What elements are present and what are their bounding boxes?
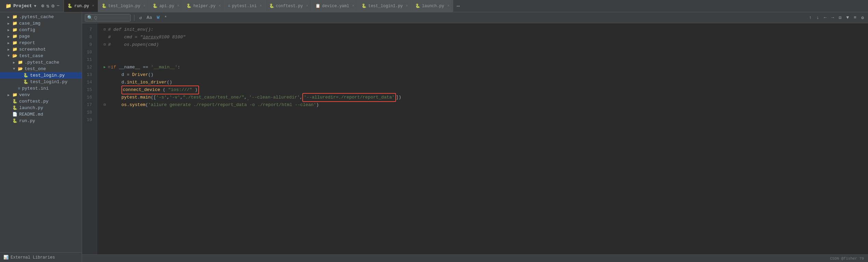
- tab-close-launch-py[interactable]: ×: [447, 4, 449, 8]
- sidebar-label-pytest-ini: pytest.ini: [22, 86, 49, 91]
- py-file-icon: 🐍: [23, 79, 28, 84]
- search-input[interactable]: [94, 15, 128, 20]
- sidebar-label-pytest-cache-inner: .pytest_cache: [25, 60, 59, 65]
- tab-close-test-login1-py[interactable]: ×: [406, 4, 408, 8]
- tab-device-yaml[interactable]: 📋 device.yaml ×: [312, 0, 358, 12]
- sidebar-item-test-login1-py[interactable]: 🐍 test_login1.py: [0, 79, 82, 85]
- code-rparen: ): [195, 87, 198, 92]
- sidebar-item-page[interactable]: ▶ 📁 page: [0, 33, 82, 40]
- tab-label-test-login-py: test_login.py: [108, 4, 141, 9]
- code-dot3: .: [127, 101, 130, 109]
- code-line-7: ⊟ # def init_env():: [101, 26, 868, 34]
- sidebar-item-readme-md[interactable]: 📄 README.md: [0, 111, 82, 118]
- sidebar-item-run-py[interactable]: 🐍 run.py: [0, 118, 82, 124]
- code-text-9: # os.popen(cmd): [108, 41, 159, 49]
- code-content[interactable]: ⊟ # def init_env(): # cmd = "iproxy 8100…: [97, 23, 868, 254]
- fold-icon-7[interactable]: ⊟: [104, 26, 106, 34]
- add-tab-button[interactable]: ⋯: [453, 3, 463, 10]
- tab-close-pytest-ini[interactable]: ×: [260, 4, 262, 8]
- tab-bar: 📁 Project ▼ ⊕ ⇅ ⚙ − 🐍 run.py × 🐍 test_lo…: [0, 0, 868, 12]
- prev-match-icon[interactable]: ↑: [807, 14, 813, 21]
- line-num-17: 17: [82, 101, 95, 109]
- sidebar-item-launch-py[interactable]: 🐍 launch.py: [0, 105, 82, 111]
- status-text: CSDN @fisher 79: [830, 257, 864, 261]
- more-icon[interactable]: ≡: [852, 14, 858, 21]
- tab-close-api-py[interactable]: ×: [177, 4, 179, 8]
- sidebar-item-config[interactable]: ▶ 📁 config: [0, 27, 82, 33]
- sidebar-item-screenshot[interactable]: ▶ 📁 screenshot: [0, 46, 82, 53]
- sidebar-item-report[interactable]: ▶ 📁 report: [0, 40, 82, 46]
- tab-label-launch-py: launch.py: [422, 4, 444, 9]
- tab-close-conftest-py[interactable]: ×: [306, 4, 308, 8]
- tab-test-login-py[interactable]: 🐍 test_login.py ×: [98, 0, 149, 12]
- sidebar-footer-label[interactable]: External Libraries: [11, 255, 55, 260]
- tab-label-helper-py: helper.py: [193, 4, 215, 9]
- folder-icon: 📂: [12, 53, 17, 58]
- folder-icon: 📁: [12, 40, 17, 45]
- run-icon-12[interactable]: ▶: [104, 64, 106, 71]
- str-path: "./test_case/test_one/": [183, 94, 244, 101]
- code-parens: (): [148, 71, 154, 79]
- line-num-18: 18: [82, 109, 95, 116]
- fold-icon-17[interactable]: ⊟: [104, 101, 106, 109]
- layout-icon[interactable]: ⊡: [838, 14, 843, 21]
- tab-close-device-yaml[interactable]: ×: [352, 4, 354, 8]
- sidebar-item-pytest-cache-inner[interactable]: ▶ 📁 .pytest_cache: [0, 59, 82, 66]
- fn-system: system: [129, 101, 145, 109]
- sidebar-item-pytest-ini[interactable]: ≡ pytest.ini: [0, 85, 82, 92]
- collapse-icon[interactable]: →: [830, 14, 836, 21]
- tab-api-py[interactable]: 🐍 api.py ×: [149, 0, 183, 12]
- expand-icon[interactable]: ←: [823, 14, 828, 21]
- search-input-container[interactable]: 🔍: [85, 14, 131, 22]
- sidebar-item-case-img[interactable]: ▶ 📁 case_img: [0, 20, 82, 27]
- tab-label-conftest-py: conftest.py: [276, 4, 303, 9]
- str-s: '-s': [156, 94, 167, 101]
- settings-icon[interactable]: ⚙: [51, 3, 54, 9]
- tab-launch-py[interactable]: 🐍 launch.py ×: [412, 0, 453, 12]
- str-ios: "ios:///": [168, 87, 192, 92]
- minimize-icon[interactable]: −: [56, 3, 60, 9]
- new-dir-icon[interactable]: ⇅: [46, 3, 49, 9]
- fold-icon-9[interactable]: ⊟: [104, 41, 106, 49]
- whole-word-icon[interactable]: W: [155, 14, 161, 21]
- tab-test-login1-py[interactable]: 🐍 test_login1.py ×: [358, 0, 412, 12]
- tab-helper-py[interactable]: 🐍 helper.py ×: [183, 0, 224, 12]
- code-line-14: d . init_ios_driver (): [101, 79, 868, 86]
- match-case-icon[interactable]: Aa: [145, 14, 154, 21]
- sidebar-label-readme-md: README.md: [19, 112, 43, 117]
- sidebar-content: ▶ 📁 .pytest_cache ▶ 📁 case_img ▶ 📁 confi…: [0, 12, 82, 252]
- tab-close-test-login-py[interactable]: ×: [143, 4, 145, 8]
- filter-icon[interactable]: ▼: [845, 14, 851, 21]
- tab-label-run-py: run.py: [74, 4, 89, 9]
- next-match-icon[interactable]: ↓: [815, 14, 820, 21]
- fold-icon-12[interactable]: ⊟: [108, 64, 110, 71]
- arrow-icon: ▼: [13, 67, 18, 71]
- tab-pytest-ini[interactable]: ≡ pytest.ini ×: [224, 0, 265, 12]
- settings2-icon[interactable]: ⚙: [860, 14, 865, 21]
- line-numbers: 7 8 9 10 11 12 13 14 15 16 17 18 19: [82, 23, 97, 254]
- code-line-8: # cmd = "iproxy 8100 8100": [101, 34, 868, 41]
- sidebar-item-conftest-py[interactable]: 🐍 conftest.py: [0, 98, 82, 105]
- tab-run-py[interactable]: 🐍 run.py ×: [64, 0, 98, 12]
- tab-icon-run-py: 🐍: [67, 3, 73, 9]
- line-num-14: 14: [82, 79, 95, 86]
- tab-close-run-py[interactable]: ×: [92, 4, 94, 8]
- py-file-icon: 🐍: [12, 105, 17, 110]
- line-num-16: 16: [82, 94, 95, 101]
- sidebar-item-venv[interactable]: ▶ 📁 venv: [0, 92, 82, 98]
- line-num-12: 12: [82, 64, 95, 71]
- tab-conftest-py[interactable]: 🐍 conftest.py ×: [266, 0, 312, 12]
- new-file-icon[interactable]: ⊕: [41, 3, 44, 9]
- tab-close-helper-py[interactable]: ×: [219, 4, 221, 8]
- code-comma4: ,: [300, 94, 303, 101]
- sidebar-item-test-login-py[interactable]: 🐍 test_login.py: [0, 72, 82, 79]
- arrow-icon: ▼: [8, 54, 12, 58]
- fn-driver: Driver: [132, 71, 148, 79]
- sidebar-item-test-one[interactable]: ▼ 📂 test_one: [0, 66, 82, 72]
- regex-icon[interactable]: *: [163, 14, 168, 21]
- sidebar-item-test-case[interactable]: ▼ 📂 test_case: [0, 53, 82, 59]
- str-alluredir: '--alluredir=./report/report_data': [304, 95, 394, 100]
- undo-icon[interactable]: ↺: [138, 14, 143, 21]
- sidebar-item-pytest-cache-root[interactable]: ▶ 📁 .pytest_cache: [0, 14, 82, 20]
- project-dropdown-icon[interactable]: ▼: [34, 4, 37, 8]
